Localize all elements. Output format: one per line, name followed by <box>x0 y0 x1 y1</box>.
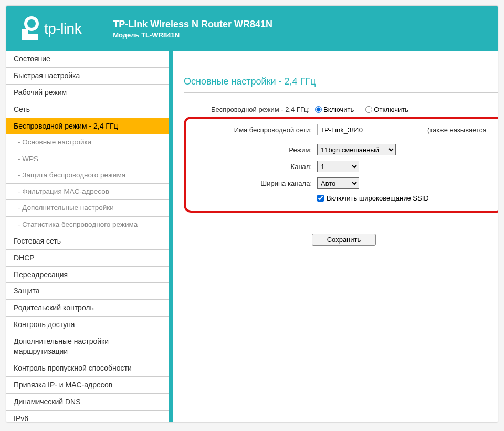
sidebar-item-11[interactable]: Гостевая сеть <box>6 233 169 250</box>
sidebar-item-15[interactable]: Родительский контроль <box>6 300 169 317</box>
sidebar-item-16[interactable]: Контроль доступа <box>6 317 169 333</box>
sidebar-item-3[interactable]: Сеть <box>6 101 169 118</box>
divider <box>184 92 498 93</box>
sidebar-item-6[interactable]: - WPS <box>6 151 169 167</box>
sidebar-item-2[interactable]: Рабочий режим <box>6 85 169 101</box>
ssid-broadcast-checkbox[interactable] <box>317 195 324 202</box>
sidebar-item-5[interactable]: - Основные настройки <box>6 134 169 151</box>
channel-select[interactable]: 1 <box>317 161 359 172</box>
svg-rect-2 <box>22 34 38 40</box>
channel-label: Канал: <box>186 163 317 171</box>
brand-name: tp-link <box>44 20 81 37</box>
highlight-annotation: Имя беспроводной сети: (также называется… <box>184 117 498 213</box>
wireless-disable-radio[interactable] <box>365 106 372 113</box>
wireless-disable-radio-label[interactable]: Отключить <box>365 106 408 113</box>
sidebar-nav: СостояниеБыстрая настройкаРабочий режимС… <box>6 51 169 422</box>
save-button[interactable]: Сохранить <box>312 234 376 246</box>
ssid-note: (также называется <box>427 126 486 134</box>
ssid-broadcast-label[interactable]: Включить широковещание SSID <box>317 194 429 202</box>
sidebar-item-13[interactable]: Переадресация <box>6 267 169 283</box>
sidebar-item-0[interactable]: Состояние <box>6 51 169 68</box>
content-area: Основные настройки - 2,4 ГГц Беспроводно… <box>169 51 498 422</box>
sidebar-item-20[interactable]: Динамический DNS <box>6 394 169 411</box>
sidebar-item-21[interactable]: IPv6 <box>6 411 169 422</box>
wireless-mode-label: Беспроводной режим - 2,4 ГГц: <box>184 106 315 113</box>
mode-label: Режим: <box>186 146 317 154</box>
header: tp-link TP-Link Wireless N Router WR841N… <box>6 6 498 51</box>
sidebar-item-10[interactable]: - Статистика беспроводного режима <box>6 217 169 233</box>
sidebar-item-1[interactable]: Быстрая настройка <box>6 68 169 85</box>
ssid-label: Имя беспроводной сети: <box>186 126 317 134</box>
sidebar-item-4[interactable]: Беспроводной режим - 2,4 ГГц <box>6 118 169 135</box>
product-title: TP-Link Wireless N Router WR841N <box>113 19 272 30</box>
sidebar-item-14[interactable]: Защита <box>6 283 169 300</box>
width-label: Ширина канала: <box>186 180 317 187</box>
wireless-enable-radio[interactable] <box>315 106 322 113</box>
tplink-logo-icon <box>21 16 42 41</box>
sidebar-item-12[interactable]: DHCP <box>6 250 169 267</box>
ssid-input[interactable] <box>317 124 422 135</box>
sidebar-item-7[interactable]: - Защита беспроводного режима <box>6 167 169 184</box>
sidebar-item-18[interactable]: Контроль пропускной способности <box>6 360 169 377</box>
brand-logo: tp-link <box>21 16 81 41</box>
mode-select[interactable]: 11bgn смешанный <box>317 144 396 155</box>
sidebar-item-9[interactable]: - Дополнительные настройки <box>6 200 169 216</box>
page-title: Основные настройки - 2,4 ГГц <box>184 76 498 87</box>
channel-width-select[interactable]: Авто <box>317 177 359 189</box>
sidebar-item-19[interactable]: Привязка IP- и MAC-адресов <box>6 377 169 394</box>
sidebar-item-17[interactable]: Дополнительные настройки маршрутизации <box>6 333 169 360</box>
product-model: Модель TL-WR841N <box>113 31 272 39</box>
wireless-enable-radio-label[interactable]: Включить <box>315 106 354 113</box>
sidebar-item-8[interactable]: - Фильтрация MAC-адресов <box>6 184 169 200</box>
svg-point-0 <box>26 18 37 29</box>
